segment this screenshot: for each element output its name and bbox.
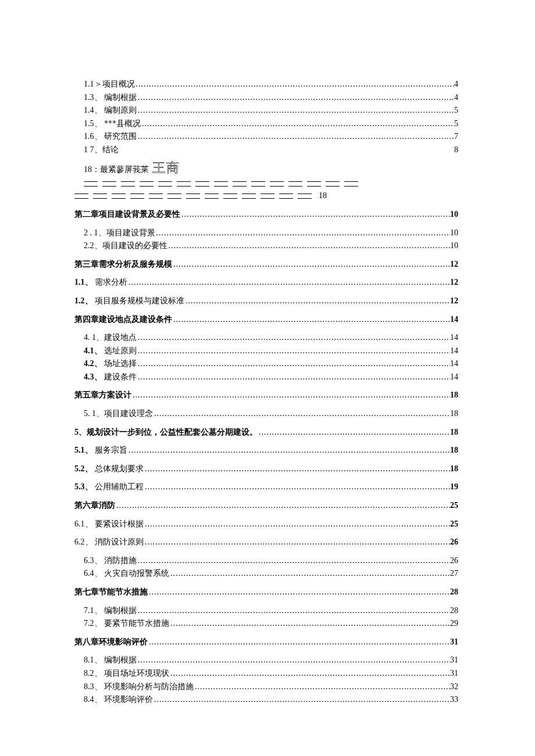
toc-dots [148, 586, 450, 598]
toc-label: 第二章项目建设背景及必要性 [74, 209, 180, 220]
toc-label: 8.2、 项目场址环境现状 [84, 668, 169, 679]
toc-dots [144, 518, 450, 530]
toc-chapter-2: 第二章项目建设背景及必要性 10 [74, 209, 458, 220]
toc-page: 14 [450, 345, 458, 357]
toc-page: 12 [450, 277, 458, 288]
toc-chapter-3: 第三章需求分析及服务规模 12 [74, 259, 458, 270]
toc-entry-5-plan: 5、规划设计一步到位，公益性配套公墓分期建设。 18 [74, 427, 458, 438]
toc-label: 6.1、 要紧设计根据 [74, 518, 144, 530]
toc-dots [153, 408, 450, 420]
toc-label: 6.2、 消防设计原则 [74, 536, 144, 548]
toc-entry-4-1a: 4.1、 选址原则 14 [74, 345, 458, 357]
toc-page: 29 [450, 618, 458, 629]
toc-dots [137, 654, 450, 666]
toc-dots [258, 427, 450, 438]
toc-entry-4-2: 4.2、 场址选择 14 [74, 358, 458, 370]
toc-label: 4.3、 建设条件 [84, 371, 137, 383]
toc-label: 第八章环境影响评价 [74, 636, 148, 648]
toc-dots [148, 636, 450, 648]
toc-page: 5 [454, 105, 458, 116]
toc-page: 28 [450, 605, 458, 617]
toc-entry-6-4: 6.4、 火灾自动报警系统 27 [74, 568, 458, 579]
dash-row-2: 18 [74, 190, 458, 202]
toc-page: 19 [450, 481, 458, 493]
toc-dots [169, 668, 450, 679]
toc-page: 18 [450, 427, 458, 438]
toc-entry-1-5: 1.5、 ***县概况 5 [74, 118, 458, 130]
toc-entry-5-1: 5. 1、项目建设理念 18 [74, 408, 458, 420]
toc-label: 1.4、 编制原则 [84, 105, 137, 116]
toc-page: 25 [450, 518, 458, 530]
toc-chapter-5: 第五章方案设计 18 [74, 389, 458, 401]
toc-page: 18 [450, 389, 458, 401]
toc-page: 8 [454, 144, 458, 156]
toc-entry-1-1: 1.1＞项目概况 4 [74, 78, 458, 90]
toc-dots [194, 681, 450, 693]
toc-entry-5-3: 5.3、 公用辅助工程 19 [74, 481, 458, 493]
toc-page: 10 [450, 227, 458, 239]
toc-label: 8.3、 环境影响分析与防治措施 [84, 681, 194, 693]
toc-label: 第五章方案设计 [74, 389, 131, 401]
toc-page: 4 [454, 92, 458, 103]
toc-dots [169, 568, 450, 579]
toc-label: 6.3、 消防措施 [84, 555, 137, 567]
dash-row-1 [84, 181, 358, 187]
toc-page: 31 [450, 636, 458, 648]
toc-entry-1-4: 1.4、 编制原则 5 [74, 105, 458, 116]
toc-label: 8.1、 编制根据 [84, 654, 137, 666]
toc-dots [155, 227, 451, 239]
toc-chapter-8: 第八章环境影响评价 31 [74, 636, 458, 648]
toc-dots [167, 240, 451, 252]
toc-label: 5、规划设计一步到位，公益性配套公墓分期建设。 [74, 427, 258, 438]
toc-page: 10 [450, 240, 458, 252]
toc-page: 7 [454, 131, 458, 142]
toc-label: 1.6、 研究范围 [84, 131, 137, 142]
toc-label: 第七章节能节水措施 [74, 586, 148, 598]
toc-entry-2-2: 2.2、项目建设的必要性 10 [74, 240, 458, 252]
toc-page: 31 [450, 668, 458, 679]
toc-page: 32 [450, 681, 458, 693]
toc-entry-7-1: 7.1、 编制根据 28 [74, 605, 458, 617]
toc-label: 1.2、 项目服务规模与建设标准 [74, 295, 184, 307]
toc-page: 18 [450, 408, 458, 420]
toc-page: 14 [450, 314, 458, 325]
toc-page: 33 [450, 694, 458, 705]
toc-entry-18-special: 18：最紧蓼屏莪莱 王商 [84, 159, 458, 187]
toc-page: 5 [454, 118, 458, 130]
toc-label: 1.3、 编制根据 [84, 92, 137, 103]
toc-label: 5.2、 总体规划要求 [74, 463, 144, 475]
toc-entry-2-1: 2 . 1、项目建设背景 10 [74, 227, 458, 239]
toc-dots [141, 118, 454, 130]
toc-dots [127, 277, 450, 288]
toc-page-18: 18 [319, 190, 327, 202]
toc-label: 1.5、 ***县概况 [84, 118, 141, 130]
toc-label: 1.1、 需求分析 [74, 277, 127, 288]
toc-label: 2 . 1、项目建设背景 [84, 227, 155, 239]
toc-chapter-6: 第六章消防 25 [74, 500, 458, 511]
toc-page: 4 [454, 78, 458, 90]
toc-label-prefix: 18：最紧蓼屏莪莱 [84, 164, 149, 175]
toc-page: 14 [450, 332, 458, 343]
toc-dots [137, 105, 454, 116]
toc-entry-8-3: 8.3、 环境影响分析与防治措施 32 [74, 681, 458, 693]
toc-label: 1.1＞项目概况 [84, 78, 135, 90]
toc-dots [137, 555, 450, 567]
toc-page: 12 [450, 259, 458, 270]
toc-entry-7-2: 7.2、 要紧节能节水措施 29 [74, 618, 458, 629]
toc-dots [180, 209, 450, 220]
toc-dots [172, 259, 450, 270]
toc-entry-8-4: 8.4、 环境影响评价 33 [74, 694, 458, 705]
toc-chapter-4: 第四章建设地点及建设条件 14 [74, 314, 458, 325]
toc-label: 2.2、项目建设的必要性 [84, 240, 167, 252]
toc-dots [127, 445, 450, 456]
toc-dots [144, 463, 450, 475]
toc-dots [144, 481, 450, 493]
toc-label: 4.2、 场址选择 [84, 358, 137, 370]
toc-entry-5-2: 5.2、 总体规划要求 18 [74, 463, 458, 475]
toc-dots [137, 358, 450, 370]
toc-page: 26 [450, 536, 458, 548]
toc-label: 8.4、 环境影响评价 [84, 694, 153, 705]
toc-dots [153, 694, 450, 705]
toc-entry-3-1-2: 1.2、 项目服务规模与建设标准 12 [74, 295, 458, 307]
toc-label: 5.1、 服务宗旨 [74, 445, 127, 456]
